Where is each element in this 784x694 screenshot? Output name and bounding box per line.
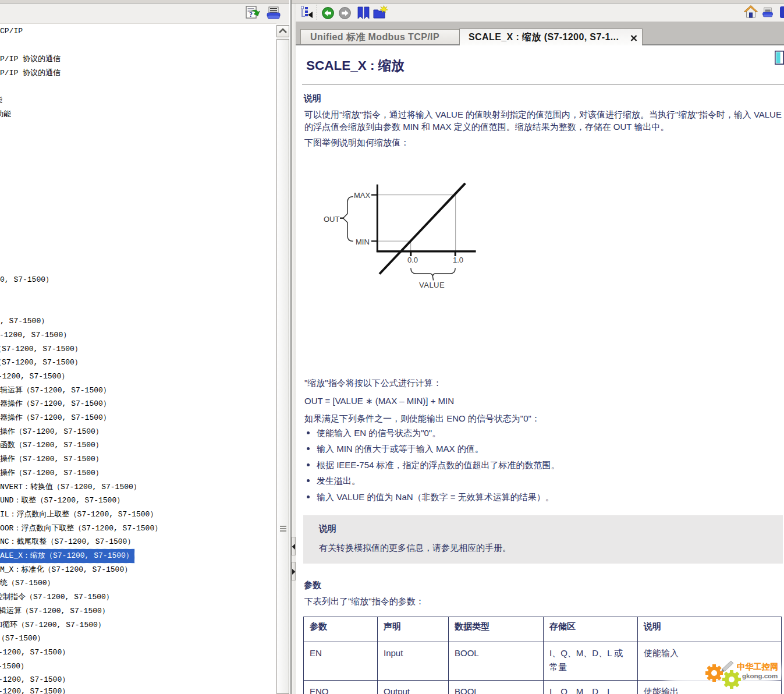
svg-text:?: ? bbox=[249, 10, 253, 19]
svg-text:VALUE: VALUE bbox=[419, 281, 445, 289]
svg-text:MIN: MIN bbox=[356, 238, 370, 246]
svg-text:OUT: OUT bbox=[324, 215, 340, 224]
svg-text:1.0: 1.0 bbox=[453, 256, 463, 264]
svg-text:gkong.com: gkong.com bbox=[742, 672, 778, 679]
svg-text:0.0: 0.0 bbox=[407, 256, 418, 264]
svg-text:中华工控网: 中华工控网 bbox=[737, 662, 779, 671]
svg-text:MAX: MAX bbox=[354, 191, 371, 200]
